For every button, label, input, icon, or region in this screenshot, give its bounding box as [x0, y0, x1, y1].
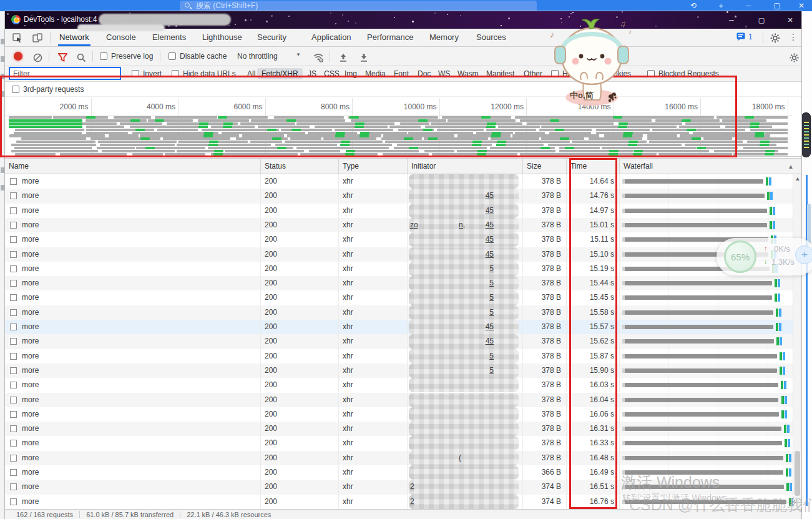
- table-row[interactable]: more200xhr378 B16.31 s: [5, 422, 793, 436]
- overview-waterfall-minimap[interactable]: [5, 116, 793, 157]
- blocked-requests-checkbox[interactable]: Blocked Requests: [645, 68, 721, 79]
- tab-performance[interactable]: Performance: [366, 29, 414, 46]
- tab-network[interactable]: Network: [58, 29, 90, 46]
- tab-console[interactable]: Console: [105, 29, 137, 46]
- column-header-type[interactable]: Type: [339, 159, 408, 174]
- initiator-link-fragment[interactable]: (: [459, 451, 461, 465]
- resize-grip-icon[interactable]: [789, 500, 796, 506]
- table-row[interactable]: more200xhr378 B14.64 s: [5, 174, 793, 189]
- devtools-maximize-button[interactable]: ▢: [749, 11, 774, 29]
- waterfall-bar[interactable]: [625, 325, 773, 329]
- table-row[interactable]: more200xhr45378 B14.76 s: [5, 189, 793, 203]
- hide-data-urls-checkbox[interactable]: Hide data URLs: [170, 68, 238, 79]
- column-header-waterfall[interactable]: Waterfall: [620, 159, 793, 174]
- waterfall-bar[interactable]: [625, 470, 783, 475]
- initiator-link-fragment[interactable]: 5: [489, 262, 494, 276]
- initiator-link-fragment[interactable]: n,: [459, 218, 465, 232]
- waterfall-bar[interactable]: [625, 281, 772, 285]
- waterfall-bar[interactable]: [625, 441, 782, 445]
- browser-find-bar[interactable]: 搜索 (Ctrl+Shift+F): [180, 1, 537, 11]
- network-overview[interactable]: 2000 ms4000 ms6000 ms8000 ms10000 ms1200…: [5, 97, 801, 157]
- tab-sources[interactable]: Sources: [475, 29, 507, 46]
- column-header-status[interactable]: Status: [261, 159, 339, 174]
- waterfall-bar[interactable]: [625, 339, 774, 344]
- throttling-select[interactable]: No throttling: [237, 52, 278, 61]
- initiator-link-fragment[interactable]: 45: [486, 247, 494, 262]
- disable-cache-checkbox[interactable]: Disable cache: [169, 52, 227, 61]
- waterfall-bar[interactable]: [625, 179, 763, 184]
- checkbox-icon[interactable]: [172, 70, 179, 77]
- table-row[interactable]: more200xhr378 B16.06 s: [5, 407, 793, 422]
- initiator-link-fragment[interactable]: 2: [410, 495, 414, 509]
- table-row[interactable]: more200xhr45378 B14.97 s: [5, 204, 793, 218]
- column-header-time[interactable]: Time: [567, 159, 620, 174]
- table-scrollbar[interactable]: ▲: [793, 174, 801, 509]
- settings-gear-icon[interactable]: [768, 31, 783, 45]
- initiator-link-fragment[interactable]: zo: [410, 218, 418, 232]
- tab-elements[interactable]: Elements: [151, 29, 187, 46]
- widget-expand-button[interactable]: +: [795, 245, 812, 264]
- table-row[interactable]: more200xhr5378 B15.19 s: [5, 262, 793, 276]
- waterfall-bar[interactable]: [625, 500, 786, 504]
- browser-close-button[interactable]: ✕: [796, 0, 807, 11]
- filter-funnel-icon[interactable]: [55, 51, 70, 64]
- table-row[interactable]: more200xhr5378 B15.90 s: [5, 363, 793, 378]
- filter-category-js[interactable]: JS: [306, 68, 318, 79]
- device-toolbar-icon[interactable]: [30, 31, 45, 45]
- search-icon[interactable]: [74, 51, 89, 64]
- waterfall-bar[interactable]: [625, 295, 772, 300]
- filter-category-img[interactable]: Img: [343, 68, 359, 79]
- initiator-link-fragment[interactable]: 45: [486, 334, 494, 348]
- network-conditions-icon[interactable]: [311, 51, 326, 64]
- filter-category-font[interactable]: Font: [392, 68, 411, 79]
- devtools-close-button[interactable]: ✕: [778, 11, 801, 29]
- waterfall-bar[interactable]: [625, 354, 777, 358]
- initiator-link-fragment[interactable]: 45: [486, 232, 494, 247]
- waterfall-bar[interactable]: [625, 456, 783, 460]
- initiator-link-fragment[interactable]: 45: [486, 204, 494, 218]
- initiator-link-fragment[interactable]: 5: [489, 305, 494, 320]
- chevron-down-icon[interactable]: ▼: [296, 52, 301, 57]
- history-icon[interactable]: ⟲: [688, 0, 699, 11]
- has-blocked-cookies-checkbox[interactable]: Has blocked cookies: [549, 68, 633, 79]
- initiator-link-fragment[interactable]: 5: [489, 363, 494, 378]
- tab-memory[interactable]: Memory: [428, 29, 460, 46]
- checkbox-icon[interactable]: [132, 70, 139, 77]
- filter-category-ws[interactable]: WS: [436, 68, 452, 79]
- issues-badge[interactable]: 1: [736, 32, 753, 41]
- filter-category-manifest[interactable]: Manifest: [484, 68, 516, 79]
- table-row[interactable]: more200xhr366 B16.49 s: [5, 465, 793, 480]
- preserve-log-checkbox[interactable]: Preserve log: [100, 52, 153, 61]
- table-row[interactable]: more200xhr378 B16.03 s: [5, 378, 793, 392]
- waterfall-bar[interactable]: [625, 368, 777, 373]
- devtools-minimize-button[interactable]: ─: [719, 11, 744, 29]
- table-row[interactable]: more200xhr5378 B15.44 s: [5, 276, 793, 290]
- column-header-initiator[interactable]: Initiator: [408, 159, 523, 174]
- table-row[interactable]: more200xhr45378 B15.62 s: [5, 334, 793, 348]
- waterfall-bar[interactable]: [625, 383, 778, 387]
- checkbox-icon[interactable]: [100, 52, 107, 60]
- speed-monitor-widget[interactable]: 65% ↑ ↓ 0K/s 1.3K/s +: [717, 238, 812, 275]
- initiator-link-fragment[interactable]: 2: [410, 480, 414, 494]
- more-options-icon[interactable]: ⋮: [789, 32, 795, 42]
- filter-category-all[interactable]: All: [245, 68, 257, 79]
- import-har-icon[interactable]: [336, 51, 351, 64]
- column-header-size[interactable]: Size: [523, 159, 567, 174]
- waterfall-bar[interactable]: [625, 412, 779, 417]
- checkbox-icon[interactable]: [647, 70, 655, 77]
- scrollbar-thumb[interactable]: [795, 451, 800, 496]
- waterfall-bar[interactable]: [625, 427, 781, 431]
- initiator-link-fragment[interactable]: 45: [486, 218, 494, 232]
- inspect-element-icon[interactable]: [10, 31, 25, 45]
- table-row[interactable]: more200xhr(378 B16.48 s: [5, 451, 793, 465]
- checkbox-icon[interactable]: [169, 52, 176, 60]
- export-har-icon[interactable]: [356, 51, 371, 64]
- panel-settings-gear-icon[interactable]: [786, 51, 801, 64]
- checkbox-icon[interactable]: [551, 70, 559, 77]
- initiator-link-fragment[interactable]: 5: [489, 349, 494, 363]
- waterfall-bar[interactable]: [625, 209, 767, 213]
- waterfall-bar[interactable]: [625, 223, 767, 227]
- table-row[interactable]: more200xhr2374 B16.76 s: [5, 495, 793, 509]
- table-row[interactable]: more200xhr378 B16.33 s: [5, 436, 793, 450]
- initiator-link-fragment[interactable]: 5: [489, 276, 494, 290]
